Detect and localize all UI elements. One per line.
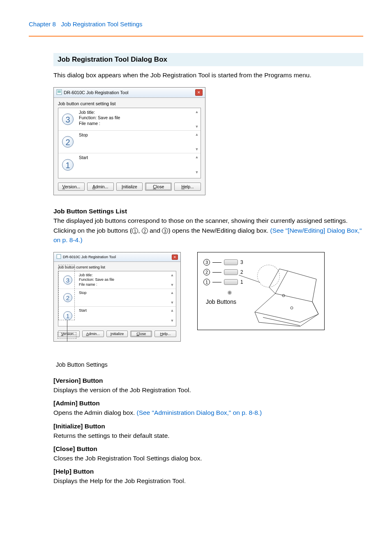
- svg-point-4: [291, 307, 293, 309]
- svg-rect-2: [57, 254, 61, 259]
- app-icon: [56, 254, 61, 260]
- scanner-button-label: 3: [240, 259, 243, 265]
- jobbtn-paragraph: The displayed job buttons correspond to …: [53, 216, 363, 245]
- scanner-button-label: 2: [240, 269, 243, 275]
- callout-circle-3: 3: [203, 259, 210, 266]
- figure-left: DR-6010C Job Registration Tool ✕ Job but…: [53, 252, 185, 368]
- job-row-text: Start: [77, 307, 168, 324]
- admin-button[interactable]: Admin...: [82, 331, 104, 337]
- down-arrow-icon[interactable]: ▼: [194, 147, 199, 151]
- list-label: Job button current setting list: [58, 265, 176, 269]
- job-row-text: Job title: Function: Save as file File n…: [77, 271, 168, 289]
- subheading-initialize: [Initialize] Button: [53, 423, 363, 430]
- admin-paragraph: Opens the Admin dialog box. (See "Admini…: [53, 408, 363, 417]
- gear-icon: ✺: [227, 289, 232, 296]
- header-title: Job Registration Tool Settings: [61, 21, 142, 28]
- chapter-label: Chapter 8: [29, 21, 56, 28]
- initialize-button[interactable]: Initialize: [106, 331, 128, 337]
- admin-button[interactable]: Admin...: [87, 183, 114, 191]
- subheading-job-button-list: Job Button Settings List: [53, 208, 363, 215]
- close-paragraph: Closes the Job Registration Tool Setting…: [53, 453, 363, 463]
- callout-line: [239, 275, 263, 298]
- link-admin-dialog[interactable]: (See "Administration Dialog Box," on p. …: [137, 409, 262, 416]
- down-arrow-icon[interactable]: ▼: [194, 125, 199, 129]
- job-button-3[interactable]: 3: [63, 275, 72, 284]
- job-row-text: Start: [77, 153, 193, 176]
- callout-line: [67, 320, 67, 342]
- subheading-version: [Version] Button: [53, 377, 363, 384]
- up-arrow-icon[interactable]: ▲: [194, 155, 199, 159]
- scanner-button-icon: [224, 259, 238, 265]
- initialize-button[interactable]: Initialize: [116, 183, 143, 191]
- dialog-screenshot: DR-6010C Job Registration Tool ✕ Job but…: [53, 87, 205, 195]
- job-row-text: Stop: [77, 131, 193, 153]
- close-icon[interactable]: ✕: [195, 89, 203, 96]
- version-button[interactable]: Version...: [58, 183, 85, 191]
- close-button[interactable]: Close: [145, 183, 172, 191]
- up-arrow-icon[interactable]: ▲: [194, 110, 199, 114]
- job-button-2[interactable]: 2: [63, 293, 72, 302]
- list-item[interactable]: 3 Job title: Function: Save as file File…: [58, 108, 201, 131]
- app-icon: [56, 89, 62, 96]
- dialog-title: DR-6010C Job Registration Tool: [64, 90, 129, 95]
- figure-right: 3 3 2 2 1 1 ✺: [197, 252, 325, 330]
- help-button[interactable]: Help...: [154, 331, 176, 337]
- subheading-close: [Close] Button: [53, 445, 363, 453]
- job-button-1[interactable]: 1: [62, 159, 74, 171]
- circled-3: 3: [162, 228, 168, 234]
- intro-paragraph: This dialog box appears when the Job Reg…: [53, 70, 363, 80]
- close-button[interactable]: Close: [130, 331, 152, 337]
- list-item[interactable]: 1 Start ▲▼: [58, 153, 201, 176]
- callout-circle-2: 2: [203, 269, 210, 275]
- help-button[interactable]: Help...: [174, 183, 201, 191]
- dialog-screenshot-small: DR-6010C Job Registration Tool ✕ Job but…: [53, 252, 181, 342]
- job-button-3[interactable]: 3: [62, 113, 74, 125]
- figure-caption-left: Job Button Settings: [53, 354, 185, 368]
- job-row-text: Job title: Function: Save as file File n…: [77, 108, 193, 130]
- job-button-list: 3 Job title: Function: Save as file File…: [58, 108, 201, 178]
- list-item[interactable]: 1 Start ▲▼: [58, 307, 176, 324]
- list-label: Job button current setting list: [58, 101, 201, 106]
- dialog-title: DR-6010C Job Registration Tool: [63, 255, 116, 259]
- scanner-button-icon: [224, 269, 238, 275]
- help-paragraph: Displays the Help for the Job Registrati…: [53, 476, 363, 486]
- scanner-button-icon: [224, 279, 238, 285]
- subheading-admin: [Admin] Button: [53, 400, 363, 407]
- job-button-2[interactable]: 2: [62, 136, 74, 148]
- circled-2: 2: [142, 228, 148, 234]
- version-button[interactable]: Version...: [58, 331, 80, 337]
- down-arrow-icon[interactable]: ▼: [194, 170, 199, 174]
- section-title: Job Registration Tool Dialog Box: [53, 53, 363, 66]
- svg-rect-1: [58, 90, 61, 93]
- close-icon[interactable]: ✕: [172, 254, 178, 260]
- initialize-paragraph: Returns the settings to their default st…: [53, 431, 363, 440]
- callout-circle-1: 1: [203, 279, 210, 285]
- list-item[interactable]: 2 Stop ▲▼: [58, 131, 201, 153]
- scanner-label: Job Buttons: [206, 298, 236, 305]
- list-item[interactable]: 2 Stop ▲▼: [58, 289, 176, 307]
- circled-1: 1: [132, 228, 138, 234]
- up-arrow-icon[interactable]: ▲: [194, 132, 199, 136]
- page-header: Chapter 8 Job Registration Tool Settings: [29, 21, 363, 37]
- version-paragraph: Displays the version of the Job Registra…: [53, 385, 363, 395]
- list-item[interactable]: 3 Job title: Function: Save as file File…: [58, 271, 176, 289]
- svg-line-5: [239, 275, 260, 282]
- job-button-1[interactable]: 1: [63, 311, 72, 320]
- subheading-help: [Help] Button: [53, 468, 363, 475]
- job-row-text: Stop: [77, 289, 168, 306]
